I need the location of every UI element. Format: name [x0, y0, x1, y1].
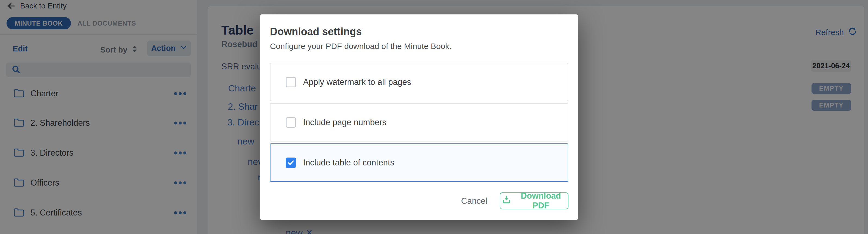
- checkbox-checked-icon[interactable]: [286, 158, 296, 168]
- option-apply-watermark[interactable]: Apply watermark to all pages: [270, 63, 568, 101]
- checkbox-unchecked-icon[interactable]: [286, 117, 296, 128]
- option-label: Apply watermark to all pages: [303, 77, 411, 87]
- download-pdf-button[interactable]: Download PDF: [500, 192, 568, 209]
- option-label: Include page numbers: [303, 118, 386, 127]
- option-label: Include table of contents: [303, 158, 394, 167]
- checkbox-unchecked-icon[interactable]: [286, 77, 296, 87]
- option-include-toc[interactable]: Include table of contents: [270, 144, 568, 182]
- download-icon: [502, 195, 511, 207]
- modal-title: Download settings: [270, 26, 362, 37]
- download-pdf-label: Download PDF: [516, 191, 566, 211]
- app-page: Back to Entity MINUTE BOOK ALL DOCUMENTS…: [0, 0, 868, 234]
- download-settings-modal: Download settings Configure your PDF dow…: [260, 15, 578, 220]
- option-include-page-numbers[interactable]: Include page numbers: [270, 103, 568, 141]
- cancel-button[interactable]: Cancel: [459, 195, 489, 207]
- modal-subtitle: Configure your PDF download of the Minut…: [270, 42, 452, 51]
